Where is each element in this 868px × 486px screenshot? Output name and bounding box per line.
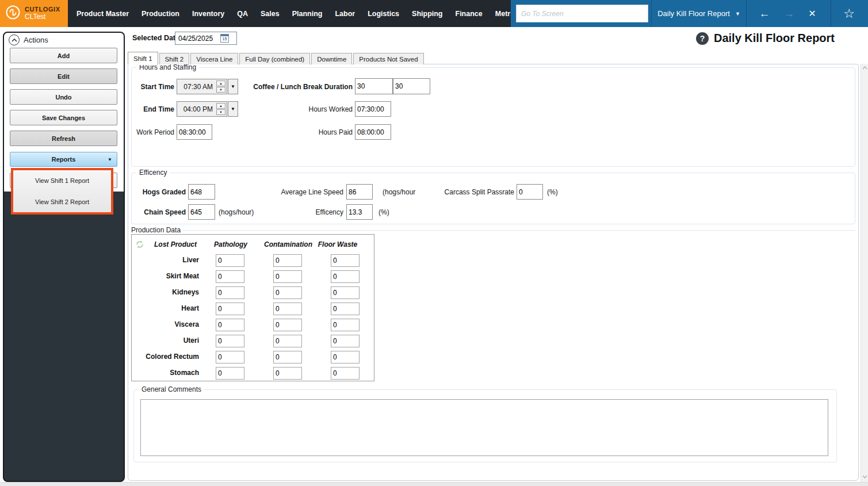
favorite-star-icon[interactable]: ☆ — [839, 0, 859, 27]
row-label: Uteri — [131, 336, 199, 345]
contamination-input[interactable] — [273, 286, 302, 299]
chain-speed-label: Chain Speed — [131, 208, 186, 216]
table-row-viscera: Viscera — [131, 319, 374, 331]
tab-products-not-saved[interactable]: Products Not Saved — [353, 53, 423, 64]
tab-viscera-line[interactable]: Viscera Line — [190, 53, 238, 64]
floor-waste-input[interactable] — [331, 367, 360, 380]
contamination-input[interactable] — [273, 303, 302, 315]
menu-product-master[interactable]: Product Master — [70, 10, 135, 18]
contamination-input[interactable] — [273, 270, 302, 283]
contamination-input[interactable] — [273, 335, 302, 347]
menu-qa[interactable]: QA — [231, 10, 254, 18]
row-label: Skirt Meat — [131, 272, 199, 280]
efficency-label: Efficency — [259, 208, 343, 216]
hogs-graded-input[interactable] — [188, 184, 215, 200]
tab-downtime[interactable]: Downtime — [311, 53, 352, 64]
environment-name: CLTest — [25, 13, 60, 21]
menu-inventory[interactable]: Inventory — [186, 10, 231, 18]
pathology-input[interactable] — [216, 319, 244, 331]
menu-logistics[interactable]: Logistics — [361, 10, 406, 18]
reports-button[interactable]: Reports ▼ — [10, 152, 117, 167]
menu-labor[interactable]: Labor — [328, 10, 361, 18]
table-row-colored-rectum: Colored Rectum — [131, 351, 374, 363]
start-time-picker[interactable]: 07:30 AM ▲ ▼ — [177, 79, 227, 94]
carcass-split-passrate-input[interactable] — [517, 184, 543, 200]
menu-item-view-shift-2-report[interactable]: View Shift 2 Report — [13, 192, 111, 213]
calendar-icon[interactable]: 15 — [220, 34, 229, 43]
hours-paid-label: Hours Paid — [276, 128, 353, 136]
contamination-input[interactable] — [273, 367, 302, 380]
work-period-input[interactable] — [177, 124, 212, 140]
work-period-label: Work Period — [131, 128, 174, 136]
break-duration-input-1[interactable] — [355, 78, 393, 94]
spinner-up-icon[interactable]: ▲ — [216, 103, 225, 109]
pathology-input[interactable] — [216, 367, 244, 380]
start-time-value: 07:30 AM — [183, 83, 213, 91]
floor-waste-input[interactable] — [331, 254, 360, 267]
table-row-uteri: Uteri — [131, 335, 374, 347]
refresh-button[interactable]: Refresh — [10, 131, 117, 146]
contamination-input[interactable] — [273, 351, 302, 363]
pathology-input[interactable] — [216, 254, 244, 267]
date-picker[interactable]: 15 — [175, 32, 237, 45]
efficency-input[interactable] — [346, 204, 373, 220]
go-to-screen-input[interactable] — [516, 5, 648, 22]
pathology-input[interactable] — [216, 303, 244, 315]
hours-worked-input[interactable] — [355, 101, 391, 117]
row-label: Colored Rectum — [131, 353, 199, 361]
floor-waste-input[interactable] — [331, 286, 360, 299]
vertical-scrollbar[interactable] — [861, 64, 868, 482]
spinner-up-icon[interactable]: ▲ — [216, 81, 225, 86]
end-time-dropdown-icon[interactable]: ▼ — [228, 101, 238, 117]
break-duration-input-2[interactable] — [393, 78, 430, 94]
menu-item-view-shift-1-report[interactable]: View Shift 1 Report — [13, 170, 111, 192]
close-icon[interactable]: ✕ — [802, 0, 822, 27]
forward-arrow-icon[interactable]: → — [779, 0, 799, 27]
floor-waste-input[interactable] — [331, 351, 360, 363]
horizontal-scrollbar[interactable] — [0, 482, 868, 486]
end-time-picker[interactable]: 04:00 PM ▲ ▼ — [177, 101, 227, 117]
save-changes-button[interactable]: Save Changes — [10, 110, 117, 125]
undo-button[interactable]: Undo — [10, 89, 117, 105]
tab-shift-1[interactable]: Shift 1 — [128, 52, 158, 65]
average-line-speed-input[interactable] — [346, 184, 373, 200]
floor-waste-input[interactable] — [331, 303, 360, 315]
menu-sales[interactable]: Sales — [254, 10, 286, 18]
screen-selector-dropdown[interactable]: Daily Kill Floor Report ▼ — [652, 0, 745, 27]
scroll-up-icon — [862, 66, 867, 70]
page-header: ? Daily Kill Floor Report — [696, 32, 835, 45]
row-label: Stomach — [131, 369, 199, 377]
menu-shipping[interactable]: Shipping — [406, 10, 449, 18]
refresh-icon[interactable] — [135, 240, 144, 251]
spinner-down-icon[interactable]: ▼ — [216, 109, 225, 115]
spinner-down-icon[interactable]: ▼ — [216, 87, 225, 93]
contamination-input[interactable] — [273, 319, 302, 331]
hours-and-staffing-group: Hours and Staffing — [131, 67, 855, 167]
back-arrow-icon[interactable]: ← — [755, 0, 774, 27]
edit-button[interactable]: Edit — [10, 68, 117, 84]
pathology-input[interactable] — [216, 270, 244, 283]
menu-finance[interactable]: Finance — [449, 10, 489, 18]
selected-date-input[interactable] — [175, 35, 220, 43]
menu-planning[interactable]: Planning — [286, 10, 329, 18]
pathology-input[interactable] — [216, 335, 244, 347]
carcass-split-passrate-label: Carcass Split Passrate — [431, 188, 514, 196]
general-comments-textarea[interactable] — [140, 399, 828, 456]
contamination-input[interactable] — [273, 254, 302, 267]
menu-production[interactable]: Production — [135, 10, 186, 18]
tab-full-day-combined[interactable]: Full Day (combined) — [239, 53, 310, 64]
floor-waste-input[interactable] — [331, 270, 360, 283]
floor-waste-input[interactable] — [331, 335, 360, 347]
pathology-input[interactable] — [216, 351, 244, 363]
floor-waste-input[interactable] — [331, 319, 360, 331]
hours-paid-input[interactable] — [355, 124, 391, 140]
separator — [831, 0, 831, 27]
help-icon[interactable]: ? — [696, 32, 709, 45]
collapse-chevron-icon[interactable] — [9, 35, 20, 45]
tab-shift-2[interactable]: Shift 2 — [159, 53, 190, 64]
pathology-input[interactable] — [216, 286, 244, 299]
app-logo: CUTLOGIX CLTest — [0, 0, 68, 27]
chain-speed-input[interactable] — [188, 204, 215, 220]
add-button[interactable]: Add — [10, 48, 117, 63]
table-row-skirt-meat: Skirt Meat — [131, 270, 374, 283]
